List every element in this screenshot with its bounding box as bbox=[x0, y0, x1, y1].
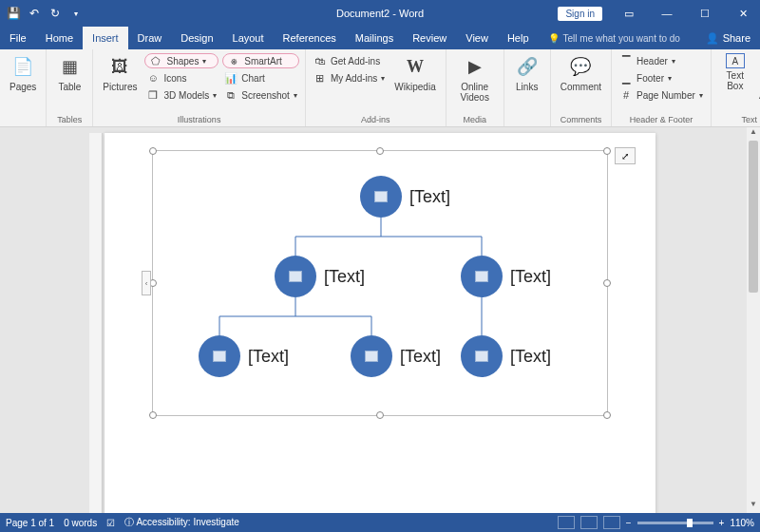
resize-handle[interactable] bbox=[603, 147, 611, 155]
smartart-node[interactable]: [Text] bbox=[461, 335, 551, 377]
links-label: Links bbox=[516, 82, 538, 92]
spellcheck-icon[interactable]: ☑ bbox=[106, 518, 115, 528]
read-mode-icon[interactable] bbox=[558, 516, 575, 529]
text-pane-toggle[interactable]: ‹ bbox=[142, 271, 151, 295]
page-number-button[interactable]: # Page Number▾ bbox=[618, 87, 705, 103]
redo-icon[interactable]: ↻ bbox=[48, 6, 63, 21]
tab-mailings[interactable]: Mailings bbox=[346, 27, 403, 49]
tab-file[interactable]: File bbox=[0, 27, 36, 49]
tab-view[interactable]: View bbox=[456, 27, 498, 49]
smartart-node[interactable]: [Text] bbox=[461, 256, 551, 297]
node-shape[interactable] bbox=[461, 256, 503, 297]
group-links: 🔗 Links bbox=[504, 49, 551, 126]
icons-button[interactable]: ☺ Icons bbox=[144, 70, 218, 86]
scroll-up-icon[interactable]: ▲ bbox=[747, 127, 760, 141]
tab-references[interactable]: References bbox=[274, 27, 346, 49]
document-page[interactable]: ‹ ⤢ [Text] [Text] bbox=[104, 133, 656, 513]
comment-label: Comment bbox=[560, 82, 601, 92]
comment-button[interactable]: 💬 Comment bbox=[557, 51, 605, 94]
node-shape[interactable] bbox=[461, 335, 503, 377]
picture-placeholder-icon[interactable] bbox=[213, 351, 226, 362]
layout-options-icon[interactable]: ⤢ bbox=[615, 147, 636, 164]
node-shape[interactable] bbox=[351, 335, 392, 377]
node-text[interactable]: [Text] bbox=[409, 187, 450, 207]
qat-customize-icon[interactable]: ▾ bbox=[68, 6, 84, 21]
web-layout-icon[interactable] bbox=[603, 516, 620, 529]
footer-button[interactable]: ▁ Footer▾ bbox=[618, 70, 705, 86]
node-text[interactable]: [Text] bbox=[510, 347, 551, 367]
text-box-icon: A bbox=[726, 53, 745, 68]
node-shape[interactable] bbox=[275, 256, 316, 297]
3d-models-button[interactable]: ❒ 3D Models▾ bbox=[144, 87, 218, 103]
smartart-node[interactable]: [Text] bbox=[360, 176, 450, 218]
page-indicator[interactable]: Page 1 of 1 bbox=[6, 518, 54, 528]
print-layout-icon[interactable] bbox=[580, 516, 598, 529]
resize-handle[interactable] bbox=[603, 411, 611, 419]
resize-handle[interactable] bbox=[149, 147, 157, 155]
zoom-slider[interactable] bbox=[637, 522, 713, 524]
scroll-down-icon[interactable]: ▼ bbox=[747, 500, 760, 513]
smartart-node[interactable]: [Text] bbox=[275, 256, 365, 297]
tab-design[interactable]: Design bbox=[171, 27, 222, 49]
node-shape[interactable] bbox=[360, 176, 402, 218]
tab-insert[interactable]: Insert bbox=[83, 27, 128, 49]
resize-handle[interactable] bbox=[376, 411, 384, 419]
zoom-in-icon[interactable]: + bbox=[719, 518, 725, 528]
picture-placeholder-icon[interactable] bbox=[475, 271, 488, 282]
zoom-slider-knob[interactable] bbox=[687, 519, 693, 527]
wikipedia-button[interactable]: W Wikipedia bbox=[390, 51, 439, 94]
my-addins-button[interactable]: ⊞ My Add-ins▾ bbox=[312, 70, 387, 86]
accessibility-status[interactable]: ⓘ Accessibility: Investigate bbox=[124, 516, 239, 529]
table-button[interactable]: ▦ Table bbox=[52, 51, 86, 94]
pages-button[interactable]: 📄 Pages bbox=[6, 51, 40, 94]
node-shape[interactable] bbox=[199, 335, 240, 377]
close-icon[interactable]: ✕ bbox=[726, 0, 760, 27]
picture-placeholder-icon[interactable] bbox=[374, 191, 388, 202]
links-button[interactable]: 🔗 Links bbox=[510, 51, 544, 94]
node-text[interactable]: [Text] bbox=[248, 347, 289, 367]
resize-handle[interactable] bbox=[603, 279, 611, 287]
smartart-selection-frame[interactable]: ‹ ⤢ [Text] [Text] bbox=[152, 150, 608, 416]
header-button[interactable]: ▔ Header▾ bbox=[618, 53, 705, 68]
node-text[interactable]: [Text] bbox=[400, 347, 441, 367]
tab-review[interactable]: Review bbox=[403, 27, 456, 49]
pictures-button[interactable]: 🖼 Pictures bbox=[99, 51, 141, 94]
sign-in-button[interactable]: Sign in bbox=[558, 7, 602, 21]
node-text[interactable]: [Text] bbox=[324, 267, 365, 287]
undo-icon[interactable]: ↶ bbox=[27, 6, 42, 21]
picture-placeholder-icon[interactable] bbox=[289, 271, 302, 282]
tab-draw[interactable]: Draw bbox=[128, 27, 172, 49]
chart-button[interactable]: 📊 Chart bbox=[222, 70, 299, 86]
node-text[interactable]: [Text] bbox=[510, 267, 551, 287]
my-addins-label: My Add-ins bbox=[331, 73, 377, 84]
vertical-scrollbar[interactable]: ▲ ▼ bbox=[747, 127, 760, 513]
smartart-node[interactable]: [Text] bbox=[351, 335, 441, 377]
ribbon-display-options-icon[interactable]: ▭ bbox=[612, 0, 646, 27]
scrollbar-thumb[interactable] bbox=[749, 141, 758, 293]
zoom-out-icon[interactable]: − bbox=[626, 518, 632, 528]
smartart-button[interactable]: ⎈ SmartArt bbox=[222, 53, 299, 68]
resize-handle[interactable] bbox=[149, 411, 157, 419]
resize-handle[interactable] bbox=[376, 147, 384, 155]
text-box-button[interactable]: A Text Box bbox=[717, 51, 753, 93]
minimize-icon[interactable]: — bbox=[650, 0, 684, 27]
tab-home[interactable]: Home bbox=[36, 27, 83, 49]
picture-placeholder-icon[interactable] bbox=[365, 351, 378, 362]
wikipedia-icon: W bbox=[402, 53, 428, 80]
share-button[interactable]: 👤 Share bbox=[696, 27, 760, 49]
tab-layout[interactable]: Layout bbox=[223, 27, 274, 49]
maximize-icon[interactable]: ☐ bbox=[688, 0, 722, 27]
online-videos-button[interactable]: ▶ Online Videos bbox=[452, 51, 498, 104]
get-addins-button[interactable]: 🛍 Get Add-ins bbox=[312, 53, 387, 68]
tell-me[interactable]: 💡 Tell me what you want to do bbox=[548, 27, 680, 49]
icons-label: Icons bbox=[163, 73, 186, 84]
picture-placeholder-icon[interactable] bbox=[475, 351, 488, 362]
word-count[interactable]: 0 words bbox=[64, 518, 97, 528]
smartart-node[interactable]: [Text] bbox=[199, 335, 289, 377]
save-icon[interactable]: 💾 bbox=[6, 6, 21, 21]
screenshot-button[interactable]: ⧉ Screenshot▾ bbox=[222, 87, 299, 103]
zoom-level[interactable]: 110% bbox=[730, 518, 754, 528]
tab-help[interactable]: Help bbox=[498, 27, 539, 49]
shapes-button[interactable]: ⬠ Shapes▾ bbox=[144, 53, 218, 68]
group-label-tables: Tables bbox=[52, 114, 86, 124]
